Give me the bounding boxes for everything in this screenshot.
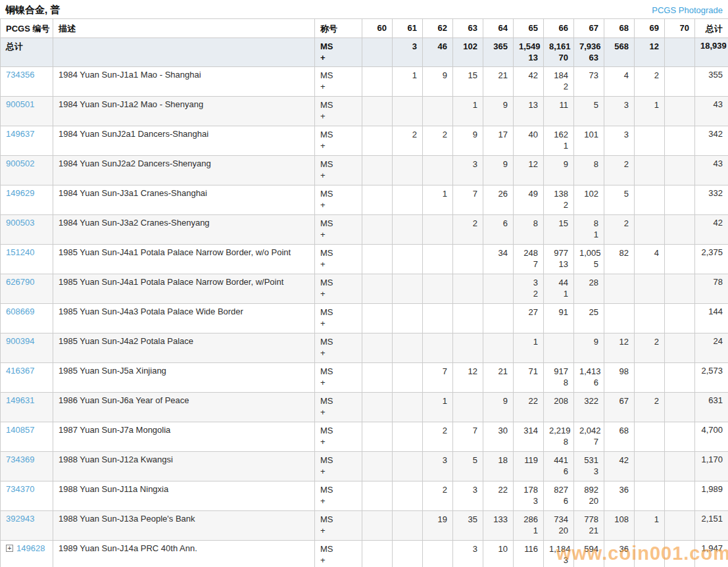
pcgs-number-link[interactable]: 151240: [6, 247, 34, 257]
grade-cell-65: 40: [514, 126, 544, 156]
photograde-link[interactable]: PCGS Photograde: [652, 5, 723, 15]
grade-column-header-60: 60: [362, 19, 393, 38]
grade-cell-68: 568: [604, 38, 635, 67]
grade-cell-61: [393, 452, 423, 481]
description-cell: 1985 Yuan Sun-J5a Xinjiang: [53, 363, 315, 393]
page-title: 铜镍合金, 普: [5, 4, 60, 16]
grade-cell-60: [362, 363, 393, 393]
grade-cell-66: 4416: [544, 452, 574, 481]
grade-cell-70: [665, 215, 695, 245]
grade-cell-70: [665, 274, 695, 304]
description-cell: 1988 Yuan Sun-J13a People's Bank: [53, 511, 315, 541]
pcgs-number-link[interactable]: 149631: [6, 395, 34, 405]
pcgs-number-link[interactable]: 392943: [6, 514, 34, 524]
table-row: 151240 1985 Yuan Sun-J4a1 Potala Palace …: [1, 245, 728, 274]
grade-cell-60: [362, 422, 393, 452]
pcgs-number-link[interactable]: 900502: [6, 159, 34, 168]
grade-cell-67: 322: [574, 393, 604, 422]
pcgs-number-link[interactable]: 608669: [6, 307, 34, 316]
pcgs-number-link[interactable]: 900394: [6, 336, 34, 346]
pcgs-number-link[interactable]: 140857: [6, 425, 34, 435]
grade-cell-65: 2861: [514, 511, 544, 541]
pcgs-number-link[interactable]: 734356: [6, 70, 34, 80]
grade-cell-61: [393, 363, 423, 393]
grade-cell-64: 21: [483, 67, 514, 97]
grade-cell-63: 5: [453, 452, 483, 481]
grade-cell-67: 7,93663: [574, 38, 604, 67]
grade-cell-66: 97713: [544, 245, 574, 274]
table-row: +149628 1989 Yuan Sun-J14a PRC 40th Ann.…: [1, 541, 728, 567]
pcgs-number-link[interactable]: 734370: [6, 484, 34, 494]
grade-cell-63: 12: [453, 363, 483, 393]
grade-cell-70: [665, 363, 695, 393]
grade-cell-68: 68: [604, 422, 635, 452]
grade-cell-67: 77821: [574, 511, 604, 541]
grade-cell-65: 22: [514, 393, 544, 422]
grade-cell-63: 35: [453, 511, 483, 541]
grade-cell-69: 2: [635, 393, 665, 422]
table-row: 900501 1984 Yuan Sun-J1a2 Mao - Shenyang…: [1, 97, 728, 126]
grade-cell-64: 18: [483, 452, 514, 481]
grade-cell-65: 1783: [514, 481, 544, 511]
pcgs-cell: 151240: [1, 245, 53, 274]
grade-cell-68: 36: [604, 541, 635, 567]
pcgs-cell: 149629: [1, 185, 53, 215]
grade-cell-70: [665, 245, 695, 274]
grade-cell-65: 49: [514, 185, 544, 215]
description-cell: 1984 Yuan Sun-J1a2 Mao - Shenyang: [53, 97, 315, 126]
grade-cell-60: [362, 481, 393, 511]
grade-cell-62: 46: [423, 38, 453, 67]
top-bar: 铜镍合金, 普 PCGS Photograde: [0, 0, 728, 18]
pcgs-number-link[interactable]: 149629: [6, 188, 34, 198]
grade-cell-60: [362, 245, 393, 274]
grade-cell-70: [665, 511, 695, 541]
grade-cell-61: 3: [393, 38, 423, 67]
expand-row-icon[interactable]: +: [6, 545, 13, 552]
grade-cell-64: 26: [483, 185, 514, 215]
table-row: 392943 1988 Yuan Sun-J13a People's Bank …: [1, 511, 728, 541]
pcgs-number-link[interactable]: 734369: [6, 455, 34, 464]
grade-cell-68: 82: [604, 245, 635, 274]
grade-cell-62: [423, 274, 453, 304]
grade-cell-60: [362, 541, 393, 567]
row-total-cell: 42: [695, 215, 728, 245]
description-cell: 1986 Yuan Sun-J6a Year of Peace: [53, 393, 315, 422]
grade-cell-66: 8,16170: [544, 38, 574, 67]
description-cell: 1985 Yuan Sun-J4a3 Potala Palace Wide Bo…: [53, 304, 315, 333]
designation-cell: MS+: [315, 215, 362, 245]
grade-cell-64: 17: [483, 126, 514, 156]
grade-cell-61: [393, 304, 423, 333]
pcgs-number-link[interactable]: 149628: [16, 543, 45, 553]
pcgs-number-link[interactable]: 900501: [6, 99, 34, 109]
grade-cell-60: [362, 185, 393, 215]
grade-cell-64: [483, 274, 514, 304]
grade-cell-69: [635, 452, 665, 481]
description-cell: [53, 38, 315, 67]
pcgs-cell: 140857: [1, 422, 53, 452]
grade-column-header-61: 61: [393, 19, 423, 38]
designation-cell: MS+: [315, 452, 362, 481]
grade-cell-69: [635, 422, 665, 452]
grade-cell-61: [393, 215, 423, 245]
grade-cell-69: [635, 185, 665, 215]
grade-cell-68: 4: [604, 67, 635, 97]
grade-cell-67: 9: [574, 333, 604, 363]
grade-cell-61: [393, 156, 423, 185]
grade-cell-64: 365: [483, 38, 514, 67]
pcgs-number-link[interactable]: 149637: [6, 129, 34, 139]
grade-cell-62: [423, 541, 453, 567]
designation-cell: MS+: [315, 126, 362, 156]
total-column-header: 总计: [695, 19, 728, 38]
pcgs-number-link[interactable]: 626790: [6, 277, 34, 287]
pcgs-number-link[interactable]: 900503: [6, 218, 34, 228]
grade-cell-68: 98: [604, 363, 635, 393]
grade-cell-60: [362, 67, 393, 97]
table-row: 149629 1984 Yuan Sun-J3a1 Cranes-Shangha…: [1, 185, 728, 215]
grade-cell-61: 1: [393, 67, 423, 97]
designation-cell: MS+: [315, 393, 362, 422]
grade-cell-60: [362, 393, 393, 422]
grade-cell-67: 101: [574, 126, 604, 156]
grade-cell-70: [665, 541, 695, 567]
row-total-cell: 355: [695, 67, 728, 97]
pcgs-number-link[interactable]: 416367: [6, 366, 34, 376]
